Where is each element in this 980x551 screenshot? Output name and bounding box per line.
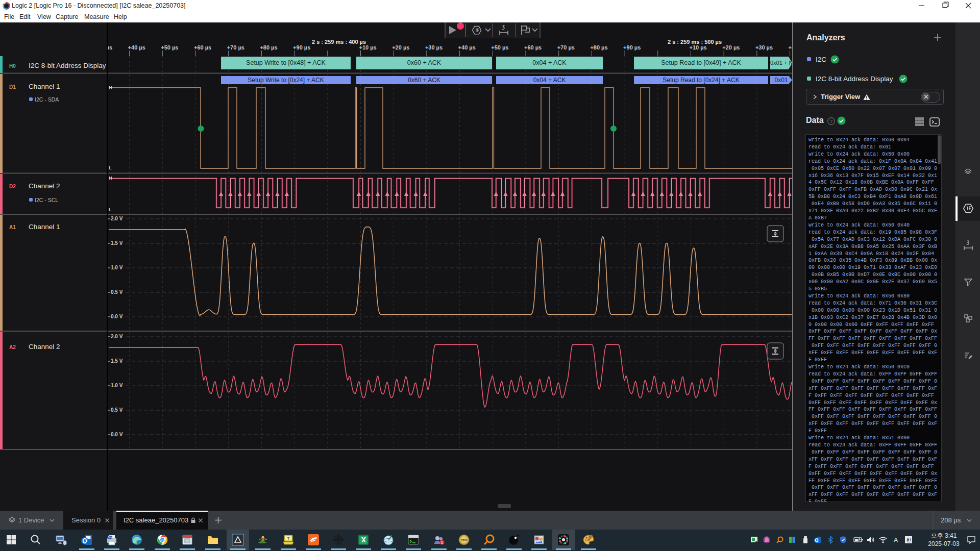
- svg-text:Buy: Buy: [108, 536, 113, 539]
- svg-text:CFG: CFG: [461, 539, 468, 542]
- svg-text:1: 1: [441, 541, 443, 544]
- svg-text:T: T: [287, 536, 290, 541]
- svg-text:A: A: [894, 536, 898, 544]
- svg-text:?: ?: [830, 119, 832, 124]
- svg-text:MFC: MFC: [536, 540, 542, 543]
- svg-text:숭현: 숭현: [160, 539, 164, 541]
- svg-text:한: 한: [906, 537, 912, 543]
